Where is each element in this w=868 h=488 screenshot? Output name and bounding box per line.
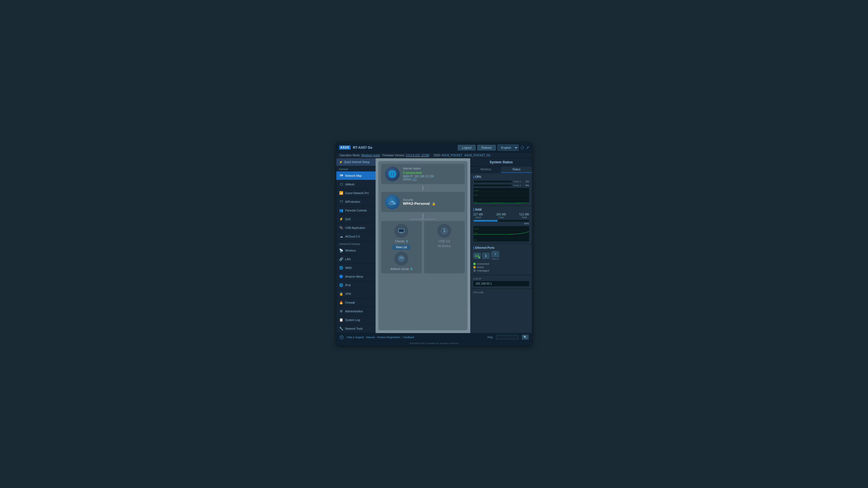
sidebar-item-vpn[interactable]: 🔒 VPN (336, 290, 376, 298)
internet-card: 🌐 Internet status: Connected WAN IP: 192… (381, 164, 465, 184)
svg-rect-12 (399, 229, 404, 232)
notice-dot (473, 266, 476, 268)
sidebar-label-guest-network: Guest Network Pro (345, 192, 369, 195)
tab-wireless[interactable]: Wireless (471, 166, 501, 173)
qos-icon: ⚡ (339, 217, 344, 221)
firmware-link[interactable]: 3.0.0.6.102_22189 (406, 154, 429, 157)
quick-setup-button[interactable]: ⚡ Quick Internet Setup (336, 158, 376, 166)
svg-rect-10 (400, 232, 402, 233)
sidebar-item-aicloud[interactable]: ☁ AiCloud 2.0 (336, 232, 376, 241)
cpu-title: CPU (473, 175, 529, 178)
cpu-core2-label: Core 2 (514, 184, 522, 187)
view-list-button[interactable]: View List (392, 245, 410, 250)
model-name: RT-AX57 Go (353, 146, 372, 150)
sidebar-item-qos[interactable]: ⚡ QoS (336, 215, 376, 224)
sidebar-item-wireless[interactable]: 📡 Wireless (336, 246, 376, 255)
system-log-icon: 📋 (339, 318, 344, 322)
operation-mode-text: Operation Mode: Wireless router Firmware… (340, 154, 429, 157)
lock-icon: 🔒 (432, 202, 436, 205)
sidebar-item-aimesh[interactable]: ⬡ AiMesh (336, 180, 376, 189)
svg-rect-30 (477, 255, 477, 256)
sidebar-item-firewall[interactable]: 🔥 Firewall (336, 298, 376, 307)
network-icon[interactable]: ⬡ (521, 145, 524, 150)
network-tools-icon: 🔧 (339, 326, 344, 331)
globe-icon: 🌐 (385, 167, 400, 181)
sidebar-label-system-log: System Log (345, 319, 360, 322)
ram-section: RAM 227 MB Used 285 MB Free 512 MB Total (471, 206, 532, 244)
feedback-link[interactable]: Feedback (403, 336, 414, 339)
tab-status[interactable]: Status (501, 166, 532, 173)
footer: ? Help & Support Manual | Product Regist… (336, 333, 532, 341)
footer-search-input[interactable] (496, 335, 519, 339)
port-1-label: 1 (482, 253, 490, 259)
router-icon (385, 195, 400, 209)
cpu-core1-bar-fill (473, 181, 474, 183)
sidebar-item-parental-controls[interactable]: 👥 Parental Controls (336, 206, 376, 215)
language-select[interactable]: English (497, 144, 519, 151)
sidebar-item-network-tools[interactable]: 🔧 Network Tools (336, 324, 376, 333)
manual-link[interactable]: Manual (366, 336, 375, 339)
sidebar-label-network-tools: Network Tools (345, 327, 363, 330)
brand-logo: ASUS (339, 145, 351, 150)
logout-button[interactable]: Logout (458, 145, 476, 151)
legend-notice: Notice (473, 266, 529, 269)
amazon-alexa-icon: 🔵 (339, 274, 344, 279)
sidebar-item-guest-network[interactable]: 📶 Guest Network Pro (336, 189, 376, 197)
svg-rect-31 (478, 255, 478, 256)
bottom-cards: Clients: 3 View List (381, 221, 465, 273)
sidebar-item-wan[interactable]: 🌐 WAN (336, 264, 376, 272)
clients-icon (394, 224, 408, 238)
sidebar-label-aimesh: AiMesh (345, 183, 354, 186)
reboot-button[interactable]: Reboot (477, 145, 496, 151)
connected-dot (473, 263, 476, 265)
system-status-panel: System Status Wireless Status CPU Core 1… (470, 158, 532, 307)
ssid-text: SSID: ASUS_POCKET ASUS_POCKET_5G (434, 154, 491, 157)
aimesh-text: AiMesh Node: 0 (391, 267, 412, 271)
aiprotection-icon: 🛡 (339, 199, 344, 204)
cpu-section: CPU Core 1 1% Core 2 0% (471, 173, 532, 206)
usb-application-icon: 🔌 (339, 226, 344, 230)
svg-rect-11 (399, 233, 403, 234)
faq-label: FAQ (487, 336, 492, 339)
cpu-core1-label: Core 1 (514, 180, 522, 183)
body-row: ⚡ Quick Internet Setup General 🗺 Network… (336, 158, 532, 333)
eth-port-usb: USB3.0 (491, 251, 499, 260)
internet-info: Internet status: Connected WAN IP: 192.1… (403, 167, 434, 181)
share-icon[interactable]: ↗ (526, 145, 529, 150)
sidebar-item-usb-application[interactable]: 🔌 USB Application (336, 224, 376, 232)
status-bar: Operation Mode: Wireless router Firmware… (336, 153, 532, 158)
footer-search-button[interactable]: 🔍 (522, 335, 529, 339)
sidebar-label-vpn: VPN (345, 292, 351, 296)
sidebar-item-amazon-alexa[interactable]: 🔵 Amazon Alexa (336, 272, 376, 281)
sidebar-item-lan[interactable]: 🔗 LAN (336, 255, 376, 264)
internet-status-label: Internet status: (403, 167, 434, 170)
product-reg-link[interactable]: Product Registration (377, 336, 400, 339)
sidebar-item-ipv6[interactable]: 🌐 IPv6 (336, 281, 376, 290)
sidebar-label-wireless: Wireless (345, 249, 356, 252)
wan-icon: 🌐 (339, 266, 344, 270)
sidebar-label-firewall: Firewall (345, 301, 355, 304)
ddns-link[interactable]: GO (412, 178, 417, 181)
ram-title: RAM (473, 208, 529, 211)
sidebar-item-aiprotection[interactable]: 🛡 AiProtection (336, 197, 376, 206)
router-card: Security: WPA2-Personal 🔒 (381, 192, 465, 212)
cpu-core1-row: Core 1 1% (473, 180, 529, 183)
sidebar-label-aicloud: AiCloud 2.0 (345, 235, 360, 238)
sidebar-item-administration[interactable]: ⚙ Administration (336, 307, 376, 316)
lan-ip-label: LAN IP (473, 277, 529, 280)
sidebar-label-administration: Administration (345, 310, 363, 313)
quick-setup-icon: ⚡ (339, 161, 342, 164)
ssid1-value: ASUS_POCKET (442, 154, 462, 157)
usb-port-icon (491, 251, 499, 257)
help-support-link[interactable]: Help & Support (347, 336, 364, 339)
pin-code-label[interactable]: PIN code (473, 291, 529, 294)
sidebar-label-network-map: Network Map (345, 174, 362, 177)
sidebar-label-aiprotection: AiProtection (345, 200, 361, 203)
svg-rect-29 (476, 255, 476, 256)
sidebar-item-network-map[interactable]: 🗺 Network Map (336, 171, 376, 180)
operation-mode-link[interactable]: Wireless router (361, 154, 380, 157)
pin-section: PIN code (471, 289, 532, 296)
sidebar-item-system-log[interactable]: 📋 System Log (336, 316, 376, 324)
network-map-panel: 🌐 Internet status: Connected WAN IP: 192… (378, 161, 467, 330)
clients-count: 3 (406, 239, 408, 243)
